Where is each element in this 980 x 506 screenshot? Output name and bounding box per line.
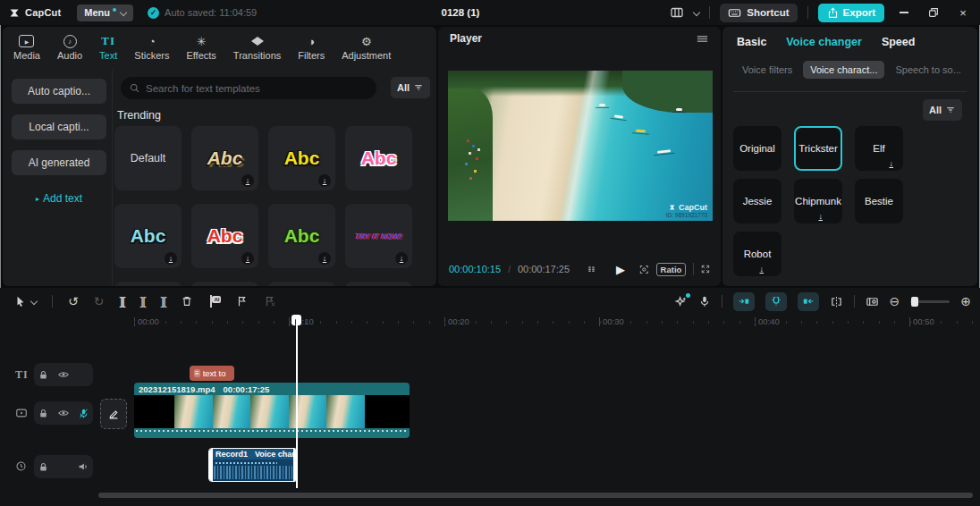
lock-icon[interactable] — [38, 408, 49, 419]
tab-media[interactable]: ▶Media — [13, 35, 40, 61]
shortcut-button[interactable]: Shortcut — [720, 4, 797, 22]
voice-card-bestie[interactable]: Bestie — [855, 179, 903, 223]
minimize-button[interactable] — [894, 4, 914, 21]
timeline-horizontal-scrollbar[interactable] — [98, 493, 973, 498]
download-icon[interactable]: ↓ — [318, 252, 331, 265]
zoom-out-icon[interactable]: ⊖ — [890, 295, 900, 308]
layout-switch-icon[interactable] — [670, 5, 684, 20]
sidebar-item-local-captions[interactable]: Local capti... — [12, 114, 106, 139]
template-card[interactable]: Abc↓ — [191, 204, 258, 268]
clip-mirror-icon[interactable] — [830, 295, 843, 308]
speaker-icon[interactable] — [77, 460, 89, 473]
template-card[interactable]: Abc↓ — [268, 204, 335, 268]
export-button[interactable]: Export — [818, 4, 884, 22]
link-clips-toggle[interactable] — [798, 292, 819, 311]
template-card-clipped[interactable] — [345, 282, 412, 286]
tab-voice-changer[interactable]: Voice changer — [786, 36, 862, 48]
tab-adjustment[interactable]: ⚙Adjustment — [342, 35, 391, 61]
filmstrip-thumbnail — [174, 395, 213, 428]
video-preview[interactable]: CapCut ID: 9891921770 — [448, 71, 713, 221]
magnetic-snap-toggle[interactable] — [765, 292, 787, 311]
download-icon[interactable]: ↓ — [241, 174, 254, 187]
marker-flag-icon[interactable] — [236, 295, 249, 308]
select-tool-icon[interactable] — [14, 295, 27, 308]
player-panel: Player CapCut ID: 9891921770 00:00:10:15… — [438, 27, 721, 286]
fullscreen-icon[interactable] — [701, 263, 710, 275]
template-card-default[interactable]: Default — [114, 126, 182, 190]
voice-card-chipmunk[interactable]: Chipmunk↓ — [794, 179, 842, 223]
tab-audio[interactable]: ♪Audio — [57, 35, 82, 61]
zoom-slider-handle[interactable] — [911, 297, 918, 307]
tab-stickers[interactable]: ◔Stickers — [134, 35, 169, 61]
delete-marker-icon[interactable] — [264, 295, 276, 308]
audio-clip-selected[interactable]: Record1 Voice chan — [208, 448, 298, 482]
sidebar-item-auto-captions[interactable]: Auto captio... — [12, 79, 106, 104]
magic-tools-icon[interactable] — [674, 295, 688, 308]
template-card-clipped[interactable] — [191, 282, 258, 286]
lock-icon[interactable] — [38, 369, 49, 381]
eye-icon[interactable] — [57, 368, 70, 381]
voice-filter-all-button[interactable]: All — [923, 99, 962, 121]
template-filter-all-button[interactable]: All — [391, 77, 430, 98]
search-input[interactable] — [121, 77, 376, 99]
text-template-grid: Default Abc↓ Abc↓ Abc Abc↓ Abc↓ Abc↓ TRY… — [114, 126, 412, 286]
delete-icon[interactable] — [181, 295, 193, 308]
tab-filters[interactable]: ◑Filters — [298, 35, 325, 61]
voice-card-elf[interactable]: Elf↓ — [855, 126, 903, 171]
audio-clip-name: Record1 — [215, 450, 248, 459]
template-card[interactable]: Abc↓ — [114, 204, 182, 268]
subtab-speech-to-song[interactable]: Speech to so... — [888, 61, 967, 79]
restore-button[interactable] — [924, 4, 943, 21]
tab-transitions[interactable]: Transitions — [233, 35, 281, 61]
trim-right-icon[interactable]: ][ — [160, 295, 165, 308]
zoom-in-icon[interactable]: ⊕ — [960, 295, 971, 308]
subtab-voice-filters[interactable]: Voice filters — [735, 61, 799, 79]
split-icon[interactable]: ][ — [119, 295, 124, 308]
play-button[interactable]: ▶ — [616, 263, 625, 276]
template-card[interactable]: Abc↓ — [268, 126, 335, 190]
voice-card-original[interactable]: Original — [733, 126, 781, 171]
template-card[interactable]: Abc — [345, 126, 412, 190]
download-icon[interactable]: ↓ — [318, 174, 331, 187]
mute-icon[interactable] — [78, 408, 89, 419]
text-clip[interactable]: ≡ text to — [190, 366, 234, 381]
sidebar-item-ai-generated[interactable]: AI generated — [12, 150, 106, 175]
tab-speed[interactable]: Speed — [882, 36, 916, 48]
sidebar-item-add-text[interactable]: ▸Add text — [12, 186, 106, 211]
download-icon[interactable]: ↓ — [165, 252, 177, 265]
tab-text[interactable]: TIText — [99, 35, 117, 61]
timeline-zoom-slider[interactable] — [910, 300, 950, 303]
ratio-button[interactable]: Ratio — [656, 263, 687, 276]
template-card[interactable]: TRY IT NOW!↓ — [345, 204, 412, 268]
select-tool-chevron-icon[interactable] — [30, 298, 38, 305]
frame-by-frame-icon[interactable] — [587, 263, 596, 275]
snap-left-toggle[interactable] — [733, 292, 755, 311]
timeline-preview-icon[interactable] — [866, 295, 879, 308]
record-voiceover-icon[interactable] — [698, 295, 711, 308]
edit-cover-button[interactable] — [100, 399, 127, 429]
download-icon[interactable]: ↓ — [395, 252, 408, 265]
close-button[interactable]: × — [953, 4, 973, 21]
menu-button[interactable]: Menu — [77, 4, 133, 21]
ai-marker-icon[interactable]: AI — [208, 295, 221, 308]
playhead-line[interactable] — [296, 315, 298, 488]
layout-chevron-icon[interactable] — [693, 9, 700, 16]
undo-icon[interactable]: ↺ — [68, 295, 79, 308]
template-card-clipped[interactable] — [268, 282, 335, 286]
download-icon[interactable]: ↓ — [241, 252, 254, 265]
tab-effects[interactable]: ✳Effects — [186, 35, 215, 61]
video-clip[interactable]: 202312151819.mp4 00:00:17:25 — [134, 383, 410, 438]
player-menu-icon[interactable] — [696, 32, 709, 46]
voice-card-jessie[interactable]: Jessie — [733, 179, 781, 223]
subtab-voice-characters[interactable]: Voice charact... — [803, 61, 884, 79]
eye-icon[interactable] — [57, 407, 70, 419]
redo-icon[interactable]: ↻ — [94, 295, 105, 308]
trim-left-icon[interactable]: ][ — [139, 295, 145, 308]
template-card[interactable]: Abc↓ — [191, 126, 258, 190]
lock-icon[interactable] — [38, 461, 49, 473]
focus-preview-icon[interactable] — [639, 263, 649, 276]
voice-card-trickster[interactable]: Trickster — [794, 126, 842, 171]
tab-basic[interactable]: Basic — [737, 36, 766, 48]
template-card-clipped[interactable] — [114, 282, 182, 286]
voice-card-robot[interactable]: Robot↓ — [733, 232, 781, 276]
